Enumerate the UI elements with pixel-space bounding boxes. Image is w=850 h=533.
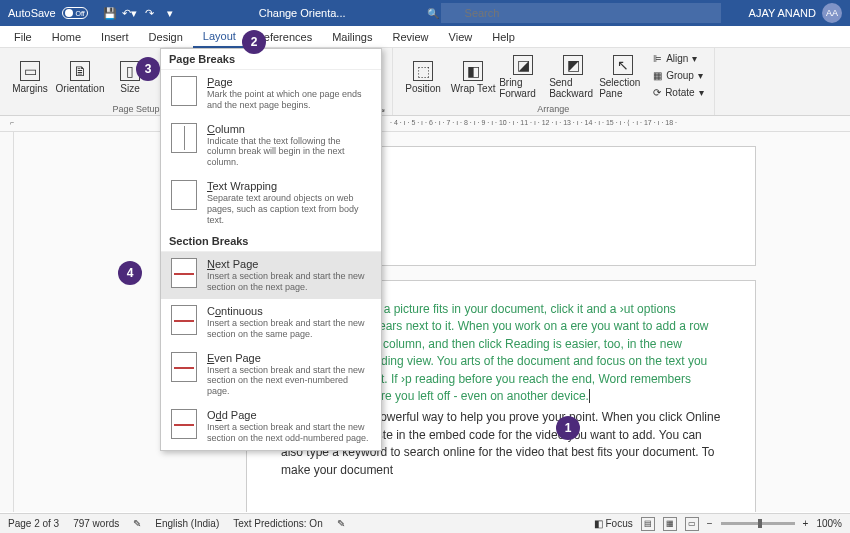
menu-review[interactable]: Review — [383, 26, 439, 48]
redo-icon[interactable]: ↷ — [142, 5, 158, 21]
zoom-in-icon[interactable]: + — [803, 518, 809, 529]
sb-predictions[interactable]: Text Predictions: On — [233, 518, 322, 529]
selection-button[interactable]: ↖Selection Pane — [599, 50, 647, 104]
search-input[interactable] — [441, 3, 721, 23]
read-mode-icon[interactable]: ▤ — [641, 517, 655, 531]
dd-text-wrapping[interactable]: Text WrappingSeparate text around object… — [161, 174, 381, 231]
title-bar: AutoSave Off 💾 ↶▾ ↷ ▾ Change Orienta... … — [0, 0, 850, 26]
arrange-label: Arrange — [399, 104, 707, 114]
search-wrap — [421, 3, 741, 23]
zoom-slider[interactable] — [721, 522, 795, 525]
group-arrange: ⬚Position ◧Wrap Text ◪Bring Forward ◩Sen… — [393, 48, 714, 115]
dd-next-page[interactable]: Next PageInsert a section break and star… — [161, 252, 381, 299]
dd-column[interactable]: ColumnIndicate that the text following t… — [161, 117, 381, 174]
user-name: AJAY ANAND — [749, 7, 816, 19]
callout-1: 1 — [556, 416, 580, 440]
dd-page[interactable]: PageMark the point at which one page end… — [161, 70, 381, 117]
quick-access-toolbar: 💾 ↶▾ ↷ ▾ — [96, 5, 184, 21]
callout-4: 4 — [118, 261, 142, 285]
sb-words[interactable]: 797 words — [73, 518, 119, 529]
position-button[interactable]: ⬚Position — [399, 50, 447, 104]
autosave-toggle[interactable]: AutoSave Off — [0, 7, 96, 19]
dd-even-page[interactable]: Even PageInsert a section break and star… — [161, 346, 381, 403]
document-area: way a picture fits in your document, cli… — [0, 132, 850, 512]
sb-proof-icon[interactable]: ✎ — [133, 518, 141, 529]
menu-home[interactable]: Home — [42, 26, 91, 48]
avatar: AA — [822, 3, 842, 23]
breaks-dropdown: Page Breaks PageMark the point at which … — [160, 48, 382, 451]
rotate-button[interactable]: ⟳ Rotate ▾ — [649, 84, 707, 100]
callout-2: 2 — [242, 30, 266, 54]
callout-3: 3 — [136, 57, 160, 81]
menu-mailings[interactable]: Mailings — [322, 26, 382, 48]
user-area[interactable]: AJAY ANAND AA — [741, 3, 850, 23]
horizontal-ruler[interactable]: ⌐ · 4 · ı · 5 · ı · 6 · ı · 7 · ı · 8 · … — [0, 116, 850, 132]
undo-icon[interactable]: ↶▾ — [122, 5, 138, 21]
sb-page[interactable]: Page 2 of 3 — [8, 518, 59, 529]
print-layout-icon[interactable]: ▦ — [663, 517, 677, 531]
zoom-out-icon[interactable]: − — [707, 518, 713, 529]
save-icon[interactable]: 💾 — [102, 5, 118, 21]
wrap-button[interactable]: ◧Wrap Text — [449, 50, 497, 104]
window-title: Change Orienta... — [184, 7, 421, 19]
vertical-ruler[interactable] — [0, 132, 14, 512]
margins-button[interactable]: ▭Margins — [6, 50, 54, 104]
align-button[interactable]: ⊫ Align ▾ — [649, 50, 707, 66]
autosave-label: AutoSave — [8, 7, 56, 19]
sb-zoom[interactable]: 100% — [816, 518, 842, 529]
ribbon: ▭Margins 🗎Orientation ▯Size ▥Columns ⊟ B… — [0, 48, 850, 116]
dd-odd-page[interactable]: Odd PageInsert a section break and start… — [161, 403, 381, 450]
sb-lang[interactable]: English (India) — [155, 518, 219, 529]
menu-file[interactable]: File — [4, 26, 42, 48]
web-layout-icon[interactable]: ▭ — [685, 517, 699, 531]
menu-help[interactable]: Help — [482, 26, 525, 48]
menu-bar: File Home Insert Design Layout Reference… — [0, 26, 850, 48]
forward-button[interactable]: ◪Bring Forward — [499, 50, 547, 104]
orientation-button[interactable]: 🗎Orientation — [56, 50, 104, 104]
menu-view[interactable]: View — [439, 26, 483, 48]
dd-header-page-breaks: Page Breaks — [161, 49, 381, 70]
dd-header-section-breaks: Section Breaks — [161, 231, 381, 252]
status-bar: Page 2 of 3 797 words ✎ English (India) … — [0, 513, 850, 533]
qat-dropdown-icon[interactable]: ▾ — [162, 5, 178, 21]
group-button[interactable]: ▦ Group ▾ — [649, 67, 707, 83]
menu-insert[interactable]: Insert — [91, 26, 139, 48]
menu-design[interactable]: Design — [139, 26, 193, 48]
backward-button[interactable]: ◩Send Backward — [549, 50, 597, 104]
toggle-icon: Off — [62, 7, 88, 19]
sb-focus[interactable]: ◧ Focus — [594, 518, 633, 529]
dd-continuous[interactable]: ContinuousInsert a section break and sta… — [161, 299, 381, 346]
